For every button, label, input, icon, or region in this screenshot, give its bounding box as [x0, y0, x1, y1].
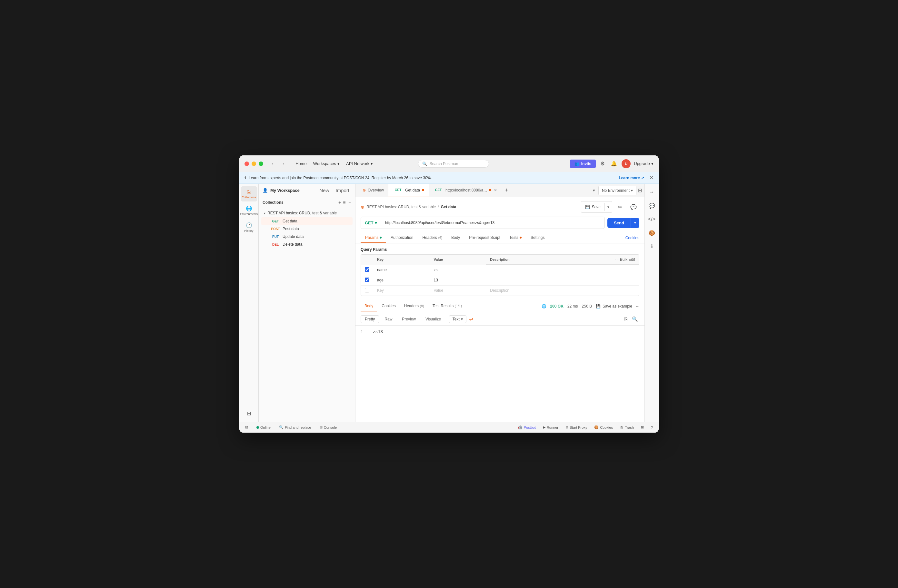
param-key[interactable]: name: [373, 265, 430, 275]
minimize-button[interactable]: [252, 161, 256, 166]
cookies-sidebar-button[interactable]: 🍪: [646, 227, 658, 238]
method-select[interactable]: GET ▾: [361, 217, 381, 229]
send-dropdown-button[interactable]: ▾: [630, 218, 639, 227]
sidebar-item-history[interactable]: 🕐 History: [241, 220, 257, 235]
param-value[interactable]: zs: [430, 265, 486, 275]
help-button[interactable]: ?: [649, 424, 655, 431]
format-visualize-button[interactable]: Visualize: [421, 315, 445, 323]
resp-tab-headers[interactable]: Headers (8): [400, 301, 428, 312]
start-proxy-button[interactable]: ⊕ Start Proxy: [563, 424, 589, 431]
new-button[interactable]: New: [317, 187, 331, 194]
req-tab-headers[interactable]: Headers (6): [418, 233, 447, 243]
param-value[interactable]: 13: [430, 275, 486, 285]
workspaces-nav[interactable]: Workspaces ▾: [311, 160, 342, 167]
resp-tab-test-results[interactable]: Test Results (1/1): [429, 301, 466, 312]
tabs-dropdown-button[interactable]: ▾: [591, 187, 597, 194]
forward-button[interactable]: →: [279, 160, 286, 168]
param-checkbox[interactable]: [365, 267, 369, 272]
home-nav[interactable]: Home: [293, 160, 309, 167]
close-button[interactable]: [244, 161, 249, 166]
request-item-get-data[interactable]: GET Get data: [261, 217, 352, 225]
find-replace-button[interactable]: 🔍 Find and replace: [277, 424, 313, 431]
console-button[interactable]: ⊞ Console: [318, 424, 339, 431]
request-item-post-data[interactable]: POST Post data: [261, 225, 352, 233]
comment-button[interactable]: 💬: [628, 201, 639, 213]
resp-tab-body[interactable]: Body: [361, 301, 377, 312]
avatar[interactable]: U: [621, 159, 630, 168]
cookies-bottom-button[interactable]: 🍪 Cookies: [592, 424, 615, 431]
edit-button[interactable]: ✏: [614, 201, 626, 213]
req-tab-params[interactable]: Params: [361, 233, 386, 243]
online-status[interactable]: Online: [255, 424, 272, 431]
more-collections-button[interactable]: ···: [348, 200, 351, 205]
text-type-select[interactable]: Text ▾: [449, 315, 466, 323]
env-settings-button[interactable]: ⊞: [638, 187, 642, 193]
grid-bottom-button[interactable]: ⊞: [639, 424, 646, 431]
wrap-button[interactable]: ⇌: [469, 316, 473, 322]
param-key[interactable]: age: [373, 275, 430, 285]
response-more-button[interactable]: ···: [636, 304, 639, 309]
request-item-delete-data[interactable]: DEL Delete data: [261, 241, 352, 248]
param-description[interactable]: [486, 275, 639, 285]
resp-tab-cookies[interactable]: Cookies: [378, 301, 399, 312]
info-sidebar-button[interactable]: ℹ: [646, 241, 658, 252]
param-description[interactable]: [486, 265, 639, 275]
sidebar-item-collections[interactable]: 🗂 Collections: [241, 186, 257, 201]
tab-get-data[interactable]: GET Get data: [388, 184, 429, 197]
new-tab-button[interactable]: +: [502, 187, 511, 194]
format-pretty-button[interactable]: Pretty: [361, 315, 379, 323]
runner-button[interactable]: ▶ Runner: [541, 424, 560, 431]
url-input[interactable]: [381, 221, 604, 225]
param-checkbox[interactable]: [365, 278, 369, 282]
upgrade-button[interactable]: Upgrade ▾: [634, 161, 654, 166]
req-tab-authorization[interactable]: Authorization: [386, 233, 418, 243]
sort-collection-button[interactable]: ≡: [343, 200, 346, 205]
params-table: Key Value Description ··· Bulk Edit: [361, 254, 639, 296]
req-tab-tests[interactable]: Tests: [505, 233, 526, 243]
search-bar[interactable]: 🔍 Search Postman: [418, 160, 489, 167]
save-example-button[interactable]: 💾 Save as example: [596, 304, 632, 309]
send-request-icon[interactable]: →: [646, 186, 658, 198]
postbot-button[interactable]: 🤖 Postbot: [516, 424, 538, 431]
bulk-edit-button[interactable]: ··· Bulk Edit: [615, 257, 635, 262]
request-item-put-data[interactable]: PUT Update data: [261, 233, 352, 241]
banner-learn-more[interactable]: Learn more ↗: [619, 176, 644, 180]
back-button[interactable]: ←: [270, 160, 277, 168]
user-icon: 👤: [263, 188, 268, 193]
param-value-placeholder[interactable]: Value: [430, 285, 486, 296]
import-button[interactable]: Import: [334, 187, 351, 194]
req-tab-body[interactable]: Body: [447, 233, 464, 243]
cookies-bottom-icon: 🍪: [594, 425, 599, 429]
collection-name[interactable]: ▾ REST API basics: CRUD, test & variable: [261, 209, 352, 217]
copy-response-button[interactable]: ⎘: [623, 315, 629, 323]
tab-close-button[interactable]: ✕: [493, 187, 498, 193]
param-checkbox-empty[interactable]: [365, 288, 369, 292]
send-button[interactable]: Send: [607, 218, 630, 228]
api-network-nav[interactable]: API Network ▾: [343, 160, 375, 167]
sidebar-item-extra[interactable]: ⊞: [241, 408, 257, 419]
tab-localhost[interactable]: GET http://localhost:8080/a… ✕: [429, 184, 502, 197]
comment-sidebar-button[interactable]: 💬: [646, 200, 658, 212]
req-tab-settings[interactable]: Settings: [526, 233, 549, 243]
format-raw-button[interactable]: Raw: [380, 315, 397, 323]
settings-button[interactable]: ⚙: [599, 159, 606, 168]
sidebar-item-environments[interactable]: 🌐 Environments: [241, 203, 257, 218]
tab-overview[interactable]: ⊕ Overview: [358, 184, 388, 197]
code-button[interactable]: </>: [646, 213, 658, 225]
invite-button[interactable]: 👥 Invite: [570, 160, 596, 168]
search-response-button[interactable]: 🔍: [630, 315, 639, 323]
cookies-link[interactable]: Cookies: [626, 236, 639, 240]
trash-button[interactable]: 🗑 Trash: [618, 424, 636, 431]
sidebar-toggle-button[interactable]: ⊡: [243, 424, 250, 431]
param-key-placeholder[interactable]: Key: [373, 285, 430, 296]
notifications-button[interactable]: 🔔: [609, 159, 618, 168]
environment-select[interactable]: No Environment ▾: [598, 186, 637, 195]
save-dropdown-button[interactable]: ▾: [604, 203, 612, 211]
format-preview-button[interactable]: Preview: [398, 315, 420, 323]
add-collection-button[interactable]: +: [338, 200, 341, 205]
banner-close-button[interactable]: ✕: [649, 175, 654, 181]
param-description-placeholder[interactable]: Description: [486, 285, 639, 296]
req-tab-pre-request[interactable]: Pre-request Script: [464, 233, 505, 243]
save-button[interactable]: 💾 Save: [581, 203, 604, 211]
maximize-button[interactable]: [259, 161, 263, 166]
